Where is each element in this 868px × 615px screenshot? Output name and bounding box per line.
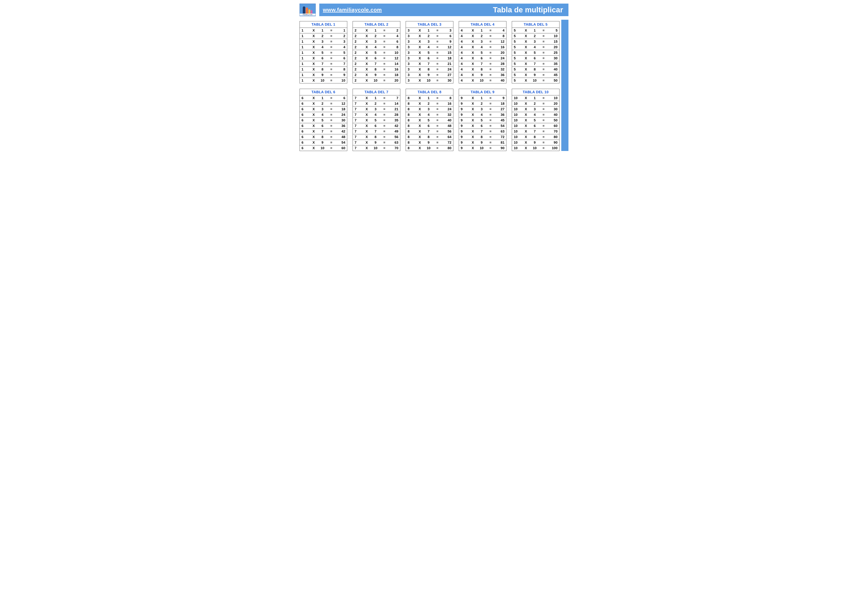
times-symbol: X — [469, 101, 477, 106]
product: 49 — [388, 129, 400, 134]
table-row: 1X6=6 — [300, 56, 347, 61]
times-symbol: X — [310, 140, 317, 145]
table-row: 7X5=35 — [353, 118, 400, 123]
product: 64 — [441, 134, 453, 140]
table-row: 2X1=2 — [353, 28, 400, 33]
table-row: 5X7=35 — [512, 61, 559, 67]
multiplier: 2 — [424, 33, 434, 39]
multiplicand: 8 — [406, 95, 416, 101]
multiplicand: 8 — [406, 118, 416, 123]
times-symbol: X — [522, 106, 530, 112]
equals-symbol: = — [380, 44, 388, 50]
multiplier: 5 — [477, 50, 487, 55]
table-row: 3X5=15 — [406, 50, 453, 56]
table-row: 9X8=72 — [459, 134, 506, 140]
multiplier: 1 — [317, 95, 327, 101]
multiplier: 7 — [530, 61, 540, 67]
multiplier: 4 — [530, 44, 540, 50]
product: 28 — [494, 61, 506, 67]
equals-symbol: = — [327, 39, 335, 44]
product: 6 — [441, 33, 453, 39]
multiplicand: 7 — [353, 101, 363, 106]
times-symbol: X — [363, 123, 370, 128]
times-symbol: X — [469, 95, 477, 101]
multiplicand: 3 — [406, 33, 416, 39]
multiplier: 2 — [317, 101, 327, 106]
table-row: 3X4=12 — [406, 44, 453, 50]
table-row: 2X4=8 — [353, 44, 400, 50]
multiplicand: 9 — [459, 134, 469, 140]
equals-symbol: = — [380, 118, 388, 123]
times-symbol: X — [522, 61, 530, 67]
product: 42 — [335, 129, 347, 134]
equals-symbol: = — [434, 106, 441, 112]
multiplicand: 5 — [512, 33, 522, 39]
multiplicand: 2 — [353, 72, 363, 78]
multiplier: 4 — [530, 112, 540, 117]
multiplier: 10 — [477, 145, 487, 151]
product: 7 — [388, 95, 400, 101]
equals-symbol: = — [540, 101, 547, 106]
table-row: 4X6=24 — [459, 56, 506, 61]
multiplier: 7 — [477, 129, 487, 134]
equals-symbol: = — [434, 95, 441, 101]
multiplicand: 5 — [512, 39, 522, 44]
times-symbol: X — [522, 140, 530, 145]
times-symbol: X — [416, 61, 424, 67]
multiplicand: 5 — [512, 72, 522, 78]
product: 80 — [441, 145, 453, 151]
table-row: 3X1=3 — [406, 28, 453, 33]
equals-symbol: = — [540, 72, 547, 78]
equals-symbol: = — [380, 50, 388, 55]
equals-symbol: = — [540, 39, 547, 44]
table-row: 5X6=30 — [512, 56, 559, 61]
table-row: 10X3=30 — [512, 106, 559, 112]
table-row: 9X7=63 — [459, 129, 506, 134]
times-symbol: X — [522, 95, 530, 101]
multiplier: 9 — [530, 140, 540, 145]
multiplier: 6 — [370, 123, 380, 128]
times-symbol: X — [310, 44, 317, 50]
times-symbol: X — [416, 123, 424, 128]
product: 30 — [547, 56, 559, 61]
product: 20 — [388, 78, 400, 83]
product: 32 — [494, 67, 506, 72]
multiplier: 3 — [424, 39, 434, 44]
table-row: 7X8=56 — [353, 134, 400, 140]
times-symbol: X — [416, 145, 424, 151]
product: 45 — [547, 72, 559, 78]
product: 32 — [441, 112, 453, 117]
multiplier: 9 — [530, 72, 540, 78]
site-url[interactable]: www.familiaycole.com — [323, 7, 382, 13]
multiplier: 4 — [317, 112, 327, 117]
product: 3 — [441, 28, 453, 33]
multiplier: 10 — [424, 145, 434, 151]
product: 35 — [547, 61, 559, 67]
product: 40 — [441, 118, 453, 123]
equals-symbol: = — [380, 28, 388, 33]
product: 10 — [547, 33, 559, 39]
equals-symbol: = — [487, 101, 494, 106]
multiplier: 1 — [424, 28, 434, 33]
equals-symbol: = — [487, 106, 494, 112]
times-symbol: X — [469, 28, 477, 33]
multiplicand: 10 — [512, 112, 522, 117]
times-symbol: X — [416, 140, 424, 145]
product: 20 — [547, 101, 559, 106]
multiplication-table-5: TABLA DEL 55X1=55X2=105X3=155X4=205X5=25… — [512, 21, 559, 83]
equals-symbol: = — [434, 78, 441, 83]
table-row: 5X2=10 — [512, 33, 559, 39]
multiplier: 5 — [370, 118, 380, 123]
times-symbol: X — [416, 134, 424, 140]
product: 72 — [441, 140, 453, 145]
product: 60 — [547, 123, 559, 128]
equals-symbol: = — [327, 72, 335, 78]
times-symbol: X — [310, 134, 317, 140]
multiplicand: 1 — [300, 67, 310, 72]
multiplicand: 9 — [459, 95, 469, 101]
multiplier: 4 — [317, 44, 327, 50]
product: 12 — [335, 101, 347, 106]
multiplicand: 2 — [353, 67, 363, 72]
table-row: 8X5=40 — [406, 118, 453, 123]
multiplier: 1 — [477, 95, 487, 101]
